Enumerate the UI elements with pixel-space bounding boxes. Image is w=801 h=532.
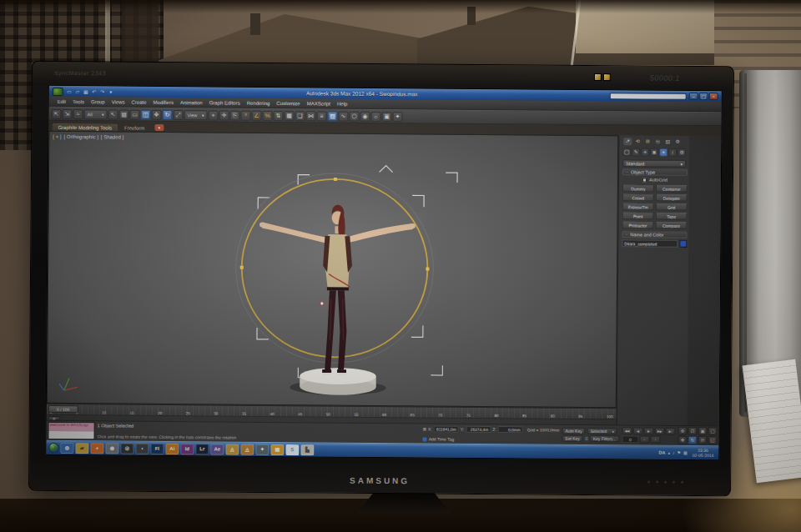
taskbar-app-misc-1[interactable]: ✦ xyxy=(255,444,269,454)
object-name-field[interactable]: Dilara_completed xyxy=(622,239,678,248)
orbit-subobject-button[interactable]: ⟳ xyxy=(698,436,707,444)
menu-item[interactable]: Views xyxy=(108,99,128,104)
object-type-button[interactable]: Delegate xyxy=(656,194,688,202)
select-object-icon[interactable]: ↖ xyxy=(108,109,118,119)
tray-network-icon[interactable]: ▦ xyxy=(683,450,688,455)
panel-tab-display[interactable]: ▤ xyxy=(663,138,672,146)
language-indicator[interactable]: DA xyxy=(659,450,666,455)
category-helpers-icon[interactable]: ⌖ xyxy=(659,148,668,157)
fov-button[interactable]: ▢ xyxy=(708,427,718,435)
zoom-extents-button[interactable]: ▣ xyxy=(698,427,708,435)
go-to-end-button[interactable]: ▶| xyxy=(666,428,676,435)
current-frame-field[interactable]: 0 xyxy=(622,435,638,443)
taskbar-3ds-max[interactable]: ◬ xyxy=(240,444,254,454)
menu-item[interactable]: Help xyxy=(334,101,350,106)
selection-filter-dropdown[interactable]: All xyxy=(83,109,107,119)
object-type-button[interactable]: Container xyxy=(656,185,688,193)
set-keys-icon[interactable]: ⚿ xyxy=(585,435,588,441)
taskbar-autodesk-app[interactable]: ◬ xyxy=(225,444,239,454)
close-button[interactable]: × xyxy=(709,93,718,100)
select-and-rotate-icon[interactable]: ↻ xyxy=(162,109,172,119)
time-config-button[interactable]: ◔ xyxy=(650,436,660,444)
unlink-selection-icon[interactable]: ⇲ xyxy=(62,108,72,118)
select-by-name-icon[interactable]: ▤ xyxy=(118,109,128,119)
taskbar-clock[interactable]: 23:36 02-05-2014 xyxy=(690,448,717,459)
layer-manager-icon[interactable]: ▧ xyxy=(327,111,337,121)
named-selection-sets-icon[interactable]: ▦ xyxy=(284,111,294,121)
maximize-viewport-button[interactable]: ◱ xyxy=(708,436,717,444)
minimize-button[interactable]: – xyxy=(689,93,698,100)
new-file-icon[interactable]: ▭ xyxy=(66,88,73,96)
add-time-tag-button[interactable]: Add Time Tag xyxy=(429,436,455,441)
panel-tab-create[interactable]: ↗ xyxy=(623,138,632,145)
category-shapes-icon[interactable]: ✎ xyxy=(632,148,640,156)
gizmo-handle-top[interactable] xyxy=(334,178,337,181)
taskbar-firefox[interactable]: ◕ xyxy=(90,443,103,454)
application-menu-button[interactable] xyxy=(53,87,63,95)
menu-item[interactable]: Customize xyxy=(273,100,303,105)
save-file-icon[interactable]: ▦ xyxy=(83,88,89,96)
tray-show-hidden-icon[interactable]: ▴ xyxy=(668,450,671,455)
start-button[interactable] xyxy=(48,443,58,453)
viewport-menu-general[interactable]: [ + ] xyxy=(53,134,61,139)
redo-icon[interactable]: ↷ xyxy=(99,88,106,96)
rectangular-selection-icon[interactable]: ▭ xyxy=(129,109,139,119)
select-and-link-icon[interactable]: ⇱ xyxy=(51,108,61,118)
object-color-swatch[interactable] xyxy=(679,240,687,248)
bind-to-space-warp-icon[interactable]: ≈ xyxy=(73,109,83,119)
taskbar-indesign[interactable]: Id xyxy=(180,444,194,454)
zoom-all-button[interactable]: ⊡ xyxy=(688,427,698,435)
go-to-start-button[interactable]: ◀◀ xyxy=(622,427,632,434)
z-value-field[interactable]: 0,0mm xyxy=(498,426,523,433)
render-setup-icon[interactable]: ☼ xyxy=(370,111,380,121)
y-value-field[interactable]: 26274,4m xyxy=(466,426,491,433)
menu-item[interactable]: MAXScript xyxy=(304,101,334,106)
tab-freeform[interactable]: Freeform xyxy=(119,125,149,132)
menu-item[interactable]: Create xyxy=(128,99,150,104)
zoom-button[interactable]: ⊕ xyxy=(678,427,688,435)
percent-snap-icon[interactable]: % xyxy=(262,110,272,120)
category-systems-icon[interactable]: ⚙ xyxy=(678,148,686,157)
autogrid-checkbox[interactable] xyxy=(642,178,647,182)
character-model[interactable] xyxy=(259,204,416,376)
menu-item[interactable]: Modifiers xyxy=(150,99,177,104)
menu-item[interactable]: Graph Editors xyxy=(206,100,244,105)
panel-tab-hierarchy[interactable]: ⊞ xyxy=(643,138,652,145)
keyboard-override-icon[interactable]: ⎘ xyxy=(229,110,239,120)
taskbar-camera-app[interactable]: ◎ xyxy=(120,443,134,454)
ribbon-minimize-button[interactable]: ▾ xyxy=(154,124,164,131)
qat-dropdown-icon[interactable]: ▾ xyxy=(108,88,114,96)
panel-tab-motion[interactable]: ◎ xyxy=(653,138,662,146)
undo-icon[interactable]: ↶ xyxy=(91,88,98,96)
gizmo-handle-right[interactable] xyxy=(426,267,429,270)
select-and-move-icon[interactable]: ✥ xyxy=(151,109,161,119)
window-crossing-icon[interactable]: ◫ xyxy=(140,109,150,119)
pan-button[interactable]: ✥ xyxy=(678,436,687,444)
time-slider[interactable]: 0 / 100 xyxy=(48,405,78,413)
taskbar-app-misc-3[interactable]: ▙ xyxy=(300,444,314,455)
taskbar-after-effects[interactable]: Ae xyxy=(210,444,224,454)
set-key-button[interactable]: Set Key xyxy=(562,435,583,442)
taskbar-app-misc-2[interactable]: ▤ xyxy=(270,444,284,454)
category-geometry-icon[interactable]: ◯ xyxy=(622,148,631,156)
menu-item[interactable]: Rendering xyxy=(244,100,274,105)
category-space-warps-icon[interactable]: ≀ xyxy=(668,148,677,157)
object-type-button[interactable]: Dummy xyxy=(622,184,654,192)
object-type-button[interactable]: Protractor xyxy=(622,221,653,228)
taskbar-explorer[interactable]: ▰ xyxy=(75,443,88,454)
selection-set-dropdown[interactable]: Selected xyxy=(587,428,617,434)
key-filters-button[interactable]: Key Filters... xyxy=(590,435,620,442)
spinner-snap-icon[interactable]: ⇅ xyxy=(273,110,283,120)
menu-item[interactable]: Group xyxy=(88,99,108,104)
material-editor-icon[interactable]: ◉ xyxy=(360,111,370,121)
snaps-toggle-icon[interactable]: ³ xyxy=(240,110,250,120)
listener-macro-line[interactable]: Welcome to MAXScript xyxy=(49,423,94,431)
auto-key-button[interactable]: Auto Key xyxy=(562,428,585,434)
infocenter-search-input[interactable] xyxy=(610,93,687,100)
mirror-icon[interactable]: ⋈ xyxy=(305,111,315,121)
select-and-manipulate-icon[interactable]: ✛ xyxy=(219,110,229,120)
maximize-button[interactable]: ▢ xyxy=(699,93,708,100)
previous-frame-button[interactable]: ◀ xyxy=(633,427,643,434)
listener-script-line[interactable] xyxy=(48,430,93,439)
taskbar-flash[interactable]: Fl xyxy=(150,443,164,454)
